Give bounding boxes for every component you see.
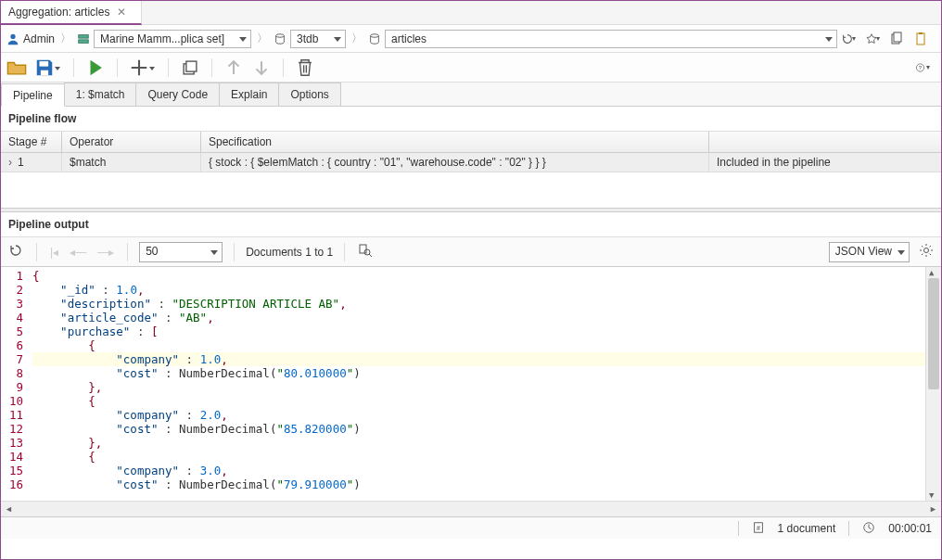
close-icon[interactable]: ✕	[117, 6, 126, 19]
chevron-right-icon: 〉	[58, 31, 73, 46]
server-icon	[77, 32, 90, 45]
output-toolbar: |◂ ◂— —▸ 50 Documents 1 to 1 JSON View	[1, 237, 941, 267]
subtab-bar: Pipeline 1: $match Query Code Explain Op…	[1, 83, 941, 107]
svg-point-3	[276, 33, 285, 37]
breadcrumb: Admin 〉 Marine Mamm...plica set] 〉 3tdb …	[1, 25, 941, 53]
next-page-icon[interactable]: —▸	[95, 246, 116, 259]
tab-match[interactable]: 1: $match	[64, 83, 137, 106]
line-gutter: 12345678910111213141516	[1, 267, 29, 501]
first-page-icon[interactable]: |◂	[48, 246, 60, 259]
database-icon	[274, 32, 286, 45]
vertical-scrollbar[interactable]: ▲ ▼	[925, 267, 941, 501]
svg-rect-9	[40, 61, 49, 67]
col-spec-header[interactable]: Specification	[201, 132, 709, 152]
stage-number: 1	[18, 156, 24, 169]
tab-explain[interactable]: Explain	[219, 83, 279, 106]
chevron-right-icon: 〉	[255, 31, 270, 46]
svg-rect-10	[41, 70, 48, 75]
svg-rect-1	[79, 34, 89, 38]
document-range-label: Documents 1 to 1	[246, 246, 333, 259]
duplicate-icon[interactable]	[180, 57, 200, 78]
table-row[interactable]: ›1 $match { stock : { $elemMatch : { cou…	[1, 153, 941, 172]
col-stage-header[interactable]: Stage #	[1, 132, 62, 152]
svg-rect-8	[919, 32, 923, 34]
settings-icon[interactable]	[917, 243, 936, 261]
stage-operator: $match	[62, 153, 201, 172]
svg-rect-7	[917, 33, 924, 45]
history-icon[interactable]: ▾	[841, 32, 856, 46]
database-combo[interactable]: 3tdb	[290, 30, 346, 48]
stage-status: Included in the pipeline	[709, 153, 941, 172]
delete-icon[interactable]	[295, 57, 315, 78]
document-tab-title: Aggregation: articles	[8, 6, 109, 19]
save-icon[interactable]	[34, 57, 55, 78]
clock-icon	[862, 521, 875, 535]
col-operator-header[interactable]: Operator	[62, 132, 201, 152]
move-down-icon[interactable]	[251, 57, 272, 78]
svg-rect-2	[79, 39, 89, 43]
document-count: 1 document	[778, 522, 836, 535]
main-toolbar: ?▾	[1, 53, 941, 83]
page-size-combo[interactable]: 50	[139, 242, 223, 262]
svg-text:#: #	[757, 525, 760, 531]
svg-point-0	[10, 33, 15, 38]
col-status-header[interactable]	[709, 132, 941, 152]
pipeline-flow-header: Pipeline flow	[1, 107, 941, 132]
collection-icon	[368, 32, 381, 45]
move-up-icon[interactable]	[223, 57, 244, 78]
elapsed-time: 00:00:01	[888, 522, 932, 535]
document-tab-bar: Aggregation: articles ✕	[1, 1, 941, 25]
tab-query-code[interactable]: Query Code	[135, 83, 220, 106]
replica-combo[interactable]: Marine Mamm...plica set]	[94, 30, 251, 48]
tab-pipeline[interactable]: Pipeline	[1, 83, 65, 107]
pipeline-flow-table-header: Stage # Operator Specification	[1, 132, 941, 153]
collection-combo[interactable]: articles	[385, 30, 837, 48]
breadcrumb-user: Admin	[23, 32, 55, 45]
prev-page-icon[interactable]: ◂—	[68, 246, 88, 259]
help-icon[interactable]: ?▾	[915, 60, 930, 75]
chevron-right-icon: 〉	[350, 31, 364, 46]
copy-icon[interactable]	[889, 32, 904, 46]
view-mode-combo[interactable]: JSON View	[829, 242, 910, 262]
refresh-icon[interactable]	[6, 243, 25, 261]
star-icon[interactable]: ▾	[865, 32, 880, 46]
document-tab[interactable]: Aggregation: articles ✕	[1, 1, 142, 25]
svg-rect-6	[894, 32, 901, 42]
doc-count-icon: #	[752, 521, 765, 535]
svg-text:?: ?	[919, 64, 923, 70]
tab-options[interactable]: Options	[278, 83, 340, 106]
add-stage-icon[interactable]	[129, 57, 149, 78]
horizontal-scrollbar[interactable]: ◄►	[1, 501, 941, 516]
svg-point-4	[371, 33, 379, 37]
expand-icon[interactable]: ›	[8, 156, 16, 169]
stage-spec: { stock : { $elemMatch : { country : "01…	[201, 153, 709, 172]
user-icon	[6, 32, 19, 45]
run-icon[interactable]	[85, 57, 106, 78]
paste-icon[interactable]	[913, 32, 928, 46]
pipeline-output-header: Pipeline output	[1, 212, 941, 237]
svg-rect-12	[186, 61, 197, 71]
open-icon[interactable]	[6, 57, 27, 78]
code-output[interactable]: 12345678910111213141516 { "_id" : 1.0, "…	[1, 267, 941, 501]
code-content[interactable]: { "_id" : 1.0, "description" : "DESCRIPT…	[29, 267, 925, 501]
status-bar: # 1 document 00:00:01	[1, 516, 941, 539]
svg-rect-15	[360, 245, 366, 253]
find-icon[interactable]	[356, 243, 375, 261]
svg-point-17	[924, 248, 929, 253]
